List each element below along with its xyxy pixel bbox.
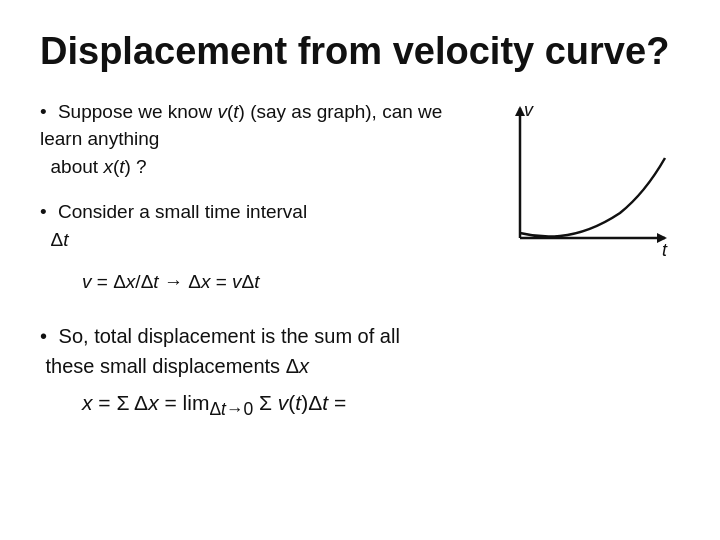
- bullet-1: • Suppose we know v(t) (say as graph), c…: [40, 98, 460, 181]
- svg-text:v: v: [524, 100, 534, 120]
- slide: Displacement from velocity curve? • Supp…: [0, 0, 720, 540]
- bullet-dot-2: •: [40, 198, 47, 226]
- velocity-graph: v t: [480, 98, 675, 258]
- sub-equation: v = Δx/Δt → Δx = vΔt: [82, 271, 460, 293]
- bullet-2: • Consider a small time interval Δt: [40, 198, 460, 253]
- bottom-equation: x = Σ Δx = limΔt→0 Σ v(t)Δt =: [82, 391, 680, 420]
- bullet-2-text: Consider a small time interval Δt: [40, 201, 307, 250]
- bullet-dot-3: •: [40, 321, 47, 351]
- svg-text:t: t: [662, 240, 668, 258]
- bullet-3-text: So, total displacement is the sum of all…: [40, 325, 400, 377]
- bullet-3: • So, total displacement is the sum of a…: [40, 321, 680, 381]
- bullet-1-text: Suppose we know v(t) (say as graph), can…: [40, 101, 442, 177]
- graph-area: v t: [480, 98, 680, 262]
- left-content: • Suppose we know v(t) (say as graph), c…: [40, 98, 480, 312]
- bottom-section: • So, total displacement is the sum of a…: [40, 321, 680, 420]
- bullet-dot-1: •: [40, 98, 47, 126]
- content-area: • Suppose we know v(t) (say as graph), c…: [40, 98, 680, 312]
- slide-title: Displacement from velocity curve?: [40, 30, 680, 74]
